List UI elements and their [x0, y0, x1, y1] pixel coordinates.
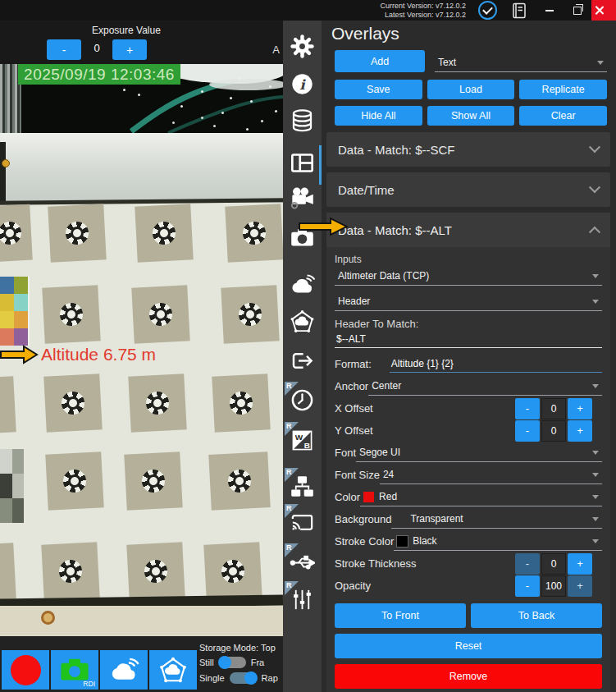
section-header-alt[interactable]: Data - Match: $--ALT — [326, 213, 610, 247]
overlays-panel: Overlays Add Text Save Load Replicate Hi… — [322, 21, 616, 692]
opacity-value: 100 — [541, 575, 566, 597]
color-dropdown[interactable]: Red — [360, 488, 602, 506]
stroke-color-value: Black — [413, 535, 436, 547]
exposure-bar: Exposure Value - 0 + A — [0, 21, 283, 64]
exposure-decrease-button[interactable]: - — [47, 39, 81, 60]
font-dropdown[interactable]: Segoe UI — [356, 443, 602, 462]
export-icon[interactable] — [290, 348, 315, 373]
current-version: Current Version: v7.12.0.2 — [380, 2, 466, 11]
camera-live-view[interactable]: 2025/09/19 12:03:46 Altitude 6.75 m — [0, 64, 283, 636]
restore-button[interactable] — [564, 0, 591, 21]
header-to-match-input[interactable]: $--ALT — [335, 332, 602, 348]
x-offset-stepper: - 0 + — [515, 398, 592, 419]
record-button[interactable] — [2, 650, 49, 690]
database-icon[interactable] — [290, 108, 315, 133]
match-mode-dropdown[interactable]: Header — [335, 292, 602, 311]
x-offset-decrease-button[interactable]: - — [515, 398, 540, 419]
screen-cast-icon[interactable]: R — [290, 510, 315, 535]
y-offset-increase-button[interactable]: + — [568, 420, 592, 442]
calibration-target — [59, 302, 83, 326]
background-label: Background — [335, 513, 391, 525]
add-overlay-button[interactable]: Add — [335, 50, 425, 72]
calibration-square — [128, 373, 186, 432]
capture-still-button[interactable]: RDI — [51, 650, 98, 690]
release-notes-icon[interactable] — [510, 2, 528, 20]
chevron-up-icon — [589, 227, 600, 238]
info-icon[interactable]: i — [290, 71, 315, 97]
camera-column: Exposure Value - 0 + A — [0, 21, 283, 692]
adjustment-sliders-icon[interactable]: R — [290, 587, 315, 612]
settings-gear-icon[interactable] — [290, 34, 315, 59]
single-label: Single — [199, 673, 225, 683]
svg-text:W: W — [295, 433, 303, 442]
minimize-button[interactable] — [536, 0, 564, 21]
y-offset-decrease-button[interactable]: - — [515, 420, 540, 442]
load-button[interactable]: Load — [427, 80, 515, 99]
chevron-down-icon — [592, 300, 599, 304]
anchor-dropdown[interactable]: Center — [368, 377, 602, 396]
pentagon-network-icon[interactable] — [290, 309, 315, 334]
show-all-button[interactable]: Show All — [427, 106, 515, 126]
inputs-value: Altimeter Data (TCP) — [338, 270, 429, 282]
altitude-overlay-text: Altitude 6.75 m — [41, 345, 156, 364]
still-frame-toggle[interactable] — [219, 657, 246, 668]
calibration-square — [41, 542, 99, 600]
toggle-knob[interactable] — [218, 656, 231, 669]
font-size-dropdown[interactable]: 24 — [380, 465, 602, 484]
cloud-upload-icon[interactable] — [290, 272, 315, 297]
toggle-knob[interactable] — [244, 671, 258, 685]
stroke-thickness-decrease-button[interactable]: - — [515, 553, 540, 575]
section-date-time[interactable]: Date/Time — [326, 172, 610, 207]
opacity-stepper: - 100 + — [515, 575, 592, 597]
tool-strip: i R R WB R — [283, 21, 322, 692]
y-offset-label: Y Offset — [335, 424, 373, 437]
clear-button[interactable]: Clear — [519, 106, 607, 126]
remove-button[interactable]: Remove — [335, 664, 602, 689]
calibration-square — [45, 451, 103, 510]
save-button[interactable]: Save — [335, 80, 422, 99]
calibration-target — [58, 559, 82, 583]
opacity-increase-button[interactable]: + — [568, 575, 592, 597]
font-size-value: 24 — [383, 469, 394, 480]
opacity-label: Opacity — [335, 580, 371, 592]
section-data-match-scf[interactable]: Data - Match: $--SCF — [326, 132, 610, 167]
to-back-button[interactable]: To Back — [471, 603, 602, 628]
font-size-label: Font Size — [335, 469, 380, 481]
background-dropdown[interactable]: Transparent — [391, 510, 602, 529]
stroke-color-dropdown[interactable]: Black — [394, 532, 602, 551]
cloud-upload-button[interactable] — [100, 650, 148, 690]
pentagon-network-button[interactable] — [149, 650, 197, 690]
inputs-dropdown[interactable]: Altimeter Data (TCP) — [335, 267, 602, 286]
color-calibration-chart — [0, 277, 30, 346]
anchor-label: Anchor — [335, 380, 368, 392]
chevron-down-icon — [592, 274, 599, 278]
exposure-increase-button[interactable]: + — [112, 39, 147, 60]
update-check-icon[interactable] — [478, 1, 497, 20]
format-input[interactable]: Altitude {1} {2} — [390, 356, 602, 373]
chevron-down-icon — [592, 517, 599, 521]
replicate-button[interactable]: Replicate — [519, 80, 607, 99]
to-front-button[interactable]: To Front — [335, 603, 466, 628]
clock-icon[interactable]: R — [290, 387, 315, 413]
video-camera-settings-icon[interactable] — [290, 185, 315, 210]
calibration-square — [135, 204, 193, 262]
stroke-color-swatch — [397, 536, 408, 547]
overlay-type-dropdown[interactable]: Text — [435, 53, 607, 72]
reset-button[interactable]: Reset — [335, 634, 602, 658]
match-mode-value: Header — [338, 296, 370, 307]
hide-all-button[interactable]: Hide All — [335, 106, 422, 126]
opacity-decrease-button[interactable]: - — [515, 575, 540, 597]
rdi-label: RDI — [83, 680, 95, 688]
chevron-down-icon — [592, 495, 599, 499]
layout-panels-icon[interactable] — [290, 150, 315, 176]
white-balance-icon[interactable]: R WB — [290, 428, 315, 453]
calibration-square — [221, 285, 279, 343]
stroke-thickness-increase-button[interactable]: + — [568, 553, 592, 575]
x-offset-value: 0 — [541, 398, 566, 419]
x-offset-increase-button[interactable]: + — [568, 398, 592, 419]
usb-icon[interactable]: R — [290, 549, 315, 575]
close-button[interactable] — [591, 0, 616, 21]
single-rapid-toggle[interactable] — [230, 672, 257, 684]
network-devices-icon[interactable]: R — [290, 474, 315, 499]
stroke-thickness-value: 0 — [541, 553, 566, 575]
